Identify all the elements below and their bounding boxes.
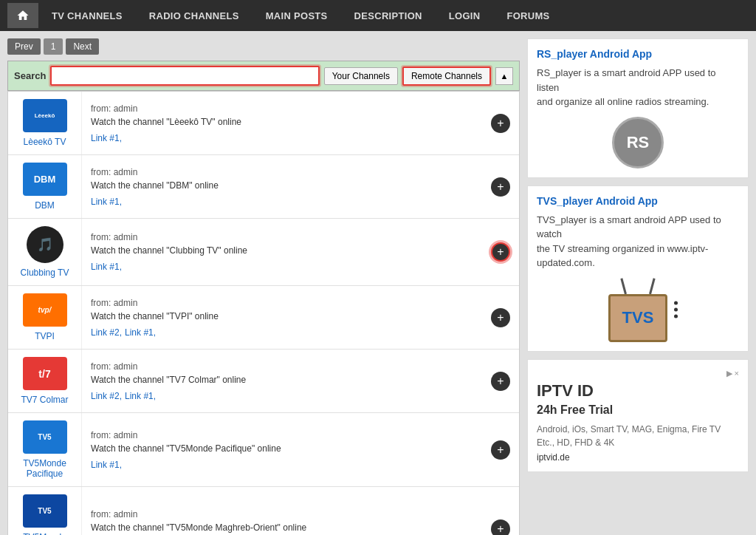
- watch-desc: Watch the channel "TV5Monde Pacifique" o…: [91, 443, 473, 454]
- channel-logo-col: 🎵 Clubbing TV: [8, 219, 82, 285]
- rs-player-title[interactable]: RS_player Android App: [537, 48, 739, 60]
- table-row: DBM DBM from: admin Watch the channel "D…: [8, 155, 519, 219]
- page-1-button[interactable]: 1: [44, 38, 63, 55]
- add-channel-button[interactable]: +: [491, 308, 510, 327]
- channel-logo-col: TV5 TV5Monde Maghreb-Orient: [8, 487, 82, 535]
- channel-link[interactable]: Link #1,: [91, 133, 122, 143]
- tvs-player-text3: updated.com.: [537, 256, 739, 270]
- channel-name-link[interactable]: TV5Monde Maghreb-Orient: [16, 532, 74, 535]
- channel-logo: Lèeekô: [23, 99, 67, 132]
- collapse-button[interactable]: ▲: [495, 67, 513, 85]
- watch-desc: Watch the channel "DBM" online: [91, 180, 473, 191]
- channel-name-link[interactable]: TV7 Colmar: [21, 395, 68, 405]
- channel-name-link[interactable]: DBM: [35, 200, 55, 211]
- channel-name-link[interactable]: TV5Monde Pacifique: [16, 458, 74, 479]
- next-button[interactable]: Next: [66, 38, 99, 55]
- links-row: Link #2, Link #1,: [91, 327, 473, 338]
- from-admin: from: admin: [91, 430, 473, 440]
- from-admin: from: admin: [91, 509, 473, 519]
- table-row: t/7 TV7 Colmar from: admin Watch the cha…: [8, 350, 519, 413]
- channel-logo-col: TV5 TV5Monde Pacifique: [8, 413, 82, 486]
- ad-badge: ▶ ×: [537, 369, 739, 378]
- watch-desc: Watch the channel "TV7 Colmar" online: [91, 375, 473, 385]
- table-row: Lèeekô Lèeekô TV from: admin Watch the c…: [8, 92, 519, 155]
- watch-desc: Watch the channel "TVPI" online: [91, 311, 473, 321]
- iptv-ad-section: ▶ × IPTV ID 24h Free Trial Android, iOs,…: [527, 359, 749, 472]
- nav-tv-channels[interactable]: TV CHANNELS: [38, 0, 136, 31]
- rs-logo: RS: [612, 117, 664, 168]
- links-row: Link #1,: [91, 460, 473, 470]
- from-admin: from: admin: [91, 103, 473, 114]
- from-admin: from: admin: [91, 167, 473, 177]
- watch-desc: Watch the channel "Lèeekô TV" online: [91, 117, 473, 127]
- tvs-dots: [674, 301, 678, 318]
- links-row: Link #2, Link #1,: [91, 391, 473, 401]
- nav-description[interactable]: DESCRIPTION: [341, 0, 436, 31]
- sidebar: RS_player Android App RS_player is a sma…: [527, 38, 749, 535]
- add-channel-button[interactable]: +: [491, 440, 510, 460]
- nav-radio-channels[interactable]: RADIO CHANNELS: [136, 0, 252, 31]
- channel-add-col: +: [482, 219, 519, 285]
- channel-link[interactable]: Link #2,: [91, 391, 122, 401]
- add-channel-button[interactable]: +: [491, 519, 510, 536]
- table-row: 🎵 Clubbing TV from: admin Watch the chan…: [8, 219, 519, 286]
- add-channel-button[interactable]: +: [491, 114, 510, 133]
- main-column: Prev 1 Next Search Your Channels Remote …: [7, 38, 520, 535]
- channel-logo: 🎵: [27, 226, 63, 263]
- channel-link[interactable]: Link #1,: [91, 262, 122, 272]
- channel-info-col: from: admin Watch the channel "TV5Monde …: [82, 413, 482, 486]
- channel-link[interactable]: Link #1,: [125, 327, 156, 338]
- channel-logo-col: tvp/ TVPI: [8, 286, 82, 349]
- nav-login[interactable]: LOGIN: [436, 0, 494, 31]
- rs-player-text1: RS_player is a smart android APP used to…: [537, 66, 739, 95]
- iptv-site[interactable]: iptvid.de: [537, 452, 739, 463]
- add-channel-button-highlighted[interactable]: +: [491, 242, 510, 262]
- home-button[interactable]: [7, 3, 38, 28]
- content-wrapper: Prev 1 Next Search Your Channels Remote …: [0, 31, 756, 535]
- tvs-player-section: TVS_player Android App TVS_player is a s…: [527, 185, 749, 352]
- remote-channels-button[interactable]: Remote Channels: [402, 67, 491, 86]
- table-row: TV5 TV5Monde Maghreb-Orient from: admin …: [8, 487, 519, 535]
- nav-forums[interactable]: FORUMS: [493, 0, 563, 31]
- search-input[interactable]: [50, 66, 319, 86]
- channel-add-col: +: [482, 350, 519, 412]
- channel-link[interactable]: Link #2,: [91, 327, 122, 338]
- table-row: TV5 TV5Monde Pacifique from: admin Watch…: [8, 413, 519, 487]
- rs-player-text2: and organize all online radios streaming…: [537, 95, 739, 109]
- ad-close[interactable]: ▶ ×: [726, 369, 739, 378]
- channel-logo: TV5: [23, 494, 67, 528]
- links-row: Link #1,: [91, 197, 473, 207]
- tvs-logo-wrapper: TVS: [608, 278, 667, 342]
- channel-add-col: +: [482, 487, 519, 535]
- channel-name-link[interactable]: Lèeekô TV: [24, 137, 66, 147]
- channel-info-col: from: admin Watch the channel "DBM" onli…: [82, 155, 482, 218]
- iptv-title: IPTV ID: [537, 381, 739, 401]
- links-row: Link #1,: [91, 262, 473, 272]
- channel-name-link[interactable]: Clubbing TV: [21, 268, 69, 278]
- search-input-wrapper: [50, 66, 319, 86]
- top-navigation: TV CHANNELS RADIO CHANNELS MAIN POSTS DE…: [0, 0, 756, 31]
- channel-logo: t/7: [23, 357, 67, 390]
- channel-info-col: from: admin Watch the channel "Lèeekô TV…: [82, 92, 482, 154]
- channel-link[interactable]: Link #1,: [91, 460, 122, 470]
- channel-info-col: from: admin Watch the channel "TV5Monde …: [82, 487, 482, 535]
- channel-logo-col: Lèeekô Lèeekô TV: [8, 92, 82, 154]
- prev-button[interactable]: Prev: [7, 38, 41, 55]
- watch-desc: Watch the channel "TV5Monde Maghreb-Orie…: [91, 522, 473, 533]
- tvs-player-title[interactable]: TVS_player Android App: [537, 195, 739, 207]
- channel-list: Lèeekô Lèeekô TV from: admin Watch the c…: [7, 91, 520, 535]
- channel-add-col: +: [482, 286, 519, 349]
- channel-link[interactable]: Link #1,: [91, 197, 122, 207]
- nav-main-posts[interactable]: MAIN POSTS: [252, 0, 341, 31]
- channel-logo: DBM: [23, 163, 67, 196]
- channel-info-col: from: admin Watch the channel "TV7 Colma…: [82, 350, 482, 412]
- search-label: Search: [14, 70, 46, 81]
- add-channel-button[interactable]: +: [491, 177, 510, 197]
- table-row: tvp/ TVPI from: admin Watch the channel …: [8, 286, 519, 350]
- channel-info-col: from: admin Watch the channel "Clubbing …: [82, 219, 482, 285]
- add-channel-button[interactable]: +: [491, 372, 510, 391]
- channel-logo-col: t/7 TV7 Colmar: [8, 350, 82, 412]
- your-channels-button[interactable]: Your Channels: [324, 67, 398, 85]
- channel-name-link[interactable]: TVPI: [35, 331, 55, 341]
- channel-link[interactable]: Link #1,: [125, 391, 156, 401]
